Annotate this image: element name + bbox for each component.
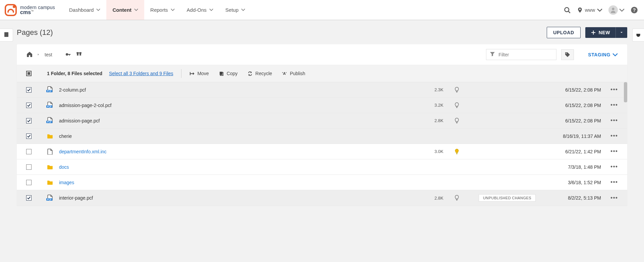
filter-icon [490,51,495,58]
status-bulb[interactable] [443,102,470,108]
move-action[interactable]: Move [190,71,209,76]
filter-input[interactable] [498,52,553,58]
access-icon[interactable] [65,51,71,58]
checkmark-icon [27,196,31,200]
row-more-button[interactable]: ••• [601,102,618,109]
row-checkbox[interactable] [26,103,32,108]
filter-input-wrapper[interactable] [486,49,556,60]
select-all-link[interactable]: Select all 3 Folders and 9 Files [109,71,173,76]
row-name[interactable]: images [59,180,420,185]
row-checkbox[interactable] [26,134,32,139]
select-all-checkbox[interactable] [26,71,32,76]
row-more-button[interactable]: ••• [601,195,618,202]
row-checkbox[interactable] [26,180,32,185]
gadgets-toggle[interactable] [632,29,644,42]
row-size: 2.8K [420,196,443,201]
user-menu[interactable] [608,5,625,15]
row-date: 7/3/18, 1:48 PM [544,164,601,170]
status-bulb[interactable] [443,195,470,201]
row-date: 8/16/19, 11:37 AM [544,134,601,139]
status-bulb[interactable] [443,118,470,124]
lightbulb-icon [454,118,460,124]
primary-nav: DashboardContentReportsAdd-OnsSetup [63,0,251,20]
breadcrumb-item[interactable]: test [45,52,52,57]
new-dropdown-button[interactable] [615,27,627,38]
row-name[interactable]: departmentInfo.xml.inc [59,149,420,154]
nav-item-content[interactable]: Content [106,0,144,20]
copy-action[interactable]: Copy [219,71,238,76]
new-button[interactable]: NEW [585,27,615,38]
row-name[interactable]: 2-column.pcf [59,87,420,93]
upload-button[interactable]: UPLOAD [547,27,580,38]
row-checkbox[interactable] [26,87,32,93]
nav-item-add-ons[interactable]: Add-Ons [181,0,219,20]
row-name[interactable]: admission-page.pcf [59,118,420,123]
caret-right-icon [37,53,40,57]
breadcrumb-home[interactable] [26,51,32,58]
sidebar-toggle[interactable] [0,29,13,42]
status-bulb[interactable] [443,149,470,155]
brand-logo[interactable]: modern campus cms™ [4,3,55,17]
row-name[interactable]: cherie [59,134,420,139]
row-date: 6/21/22, 1:42 PM [544,149,601,154]
row-more-button[interactable]: ••• [601,86,618,93]
staging-label: STAGING [588,52,610,57]
row-checkbox[interactable] [26,195,32,201]
row-type-icon [47,164,59,170]
search-icon[interactable] [564,6,571,14]
plus-icon [591,30,596,35]
staging-selector[interactable]: STAGING [588,52,618,57]
chevron-down-icon [209,7,213,13]
checkmark-icon [27,134,31,138]
table-row[interactable]: docs7/3/18, 1:48 PM••• [17,159,627,175]
row-type-icon: PCF [47,117,59,124]
tag-filter-button[interactable] [561,49,574,60]
pcf-file-icon: PCF [47,117,53,124]
table-row[interactable]: PCFadmission-page.pcf2.8K6/15/22, 2:08 P… [17,113,627,128]
recycle-action[interactable]: Recycle [248,71,272,76]
table-row[interactable]: cherie8/16/19, 11:37 AM••• [17,128,627,144]
nav-item-reports[interactable]: Reports [144,0,181,20]
nav-item-dashboard[interactable]: Dashboard [63,0,106,20]
brand-tm: ™ [31,10,34,13]
file-panel: test STAGING 1 Folder, 8 Files selected [17,44,627,206]
row-more-button[interactable]: ••• [601,148,618,155]
table-row[interactable]: PCF2-column.pcf2.3K6/15/22, 2:08 PM••• [17,82,627,98]
status-bulb[interactable] [443,87,470,93]
pin-icon [577,7,583,13]
file-icon [47,149,53,155]
table-row[interactable]: images3/6/18, 1:52 PM••• [17,175,627,190]
row-more-button[interactable]: ••• [601,117,618,124]
row-name[interactable]: interior-page.pcf [59,195,420,201]
tag-icon [565,52,570,57]
folder-icon [47,164,53,170]
help-icon[interactable] [631,6,638,14]
chevron-down-icon [241,7,245,13]
row-more-button[interactable]: ••• [601,179,618,186]
row-checkbox[interactable] [26,118,32,123]
row-checkbox[interactable] [26,149,32,154]
breadcrumb: test [26,51,82,58]
nav-item-setup[interactable]: Setup [219,0,251,20]
table-row[interactable]: PCFinterior-page.pcf2.8KUNPUBLISHED CHAN… [17,190,627,206]
file-rule-icon [3,32,9,38]
new-button-label: NEW [599,30,610,35]
row-more-button[interactable]: ••• [601,133,618,140]
chevron-down-icon [612,52,618,57]
divider [181,69,181,78]
row-name[interactable]: admission-page-2-col.pcf [59,103,420,108]
row-checkbox[interactable] [26,164,32,170]
row-name[interactable]: docs [59,164,420,170]
pcf-file-icon: PCF [47,102,53,109]
brand-top: modern campus [20,5,55,10]
folder-icon [47,179,53,186]
publish-action[interactable]: Publish [282,71,305,76]
nav-item-label: Setup [225,7,238,13]
table-row[interactable]: departmentInfo.xml.inc3.0K6/21/22, 1:42 … [17,144,627,159]
scrollbar-thumb[interactable] [624,82,627,102]
checkmark-icon [27,88,31,92]
table-row[interactable]: PCFadmission-page-2-col.pcf3.2K6/15/22, … [17,98,627,113]
site-selector[interactable]: www [577,7,602,13]
tools-icon[interactable] [76,51,82,58]
row-more-button[interactable]: ••• [601,163,618,170]
